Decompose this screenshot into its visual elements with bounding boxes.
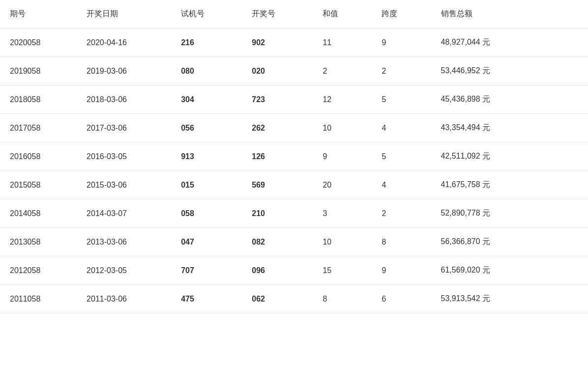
table-cell: 262 (242, 114, 313, 142)
table-cell: 11 (313, 28, 372, 57)
table-cell: 52,890,778 元 (431, 199, 588, 228)
table-cell: 2017058 (0, 114, 77, 142)
table-cell: 2017-03-06 (77, 114, 171, 142)
table-cell: 2019058 (0, 57, 77, 85)
main-container: 期号 开奖日期 试机号 开奖号 和值 跨度 销售总额 20200582020-0… (0, 0, 588, 386)
table-cell: 20 (313, 171, 372, 199)
header-kuadu: 跨度 (372, 0, 431, 28)
table-cell: 15 (313, 256, 372, 285)
table-cell: 2012-03-05 (77, 256, 171, 285)
table-cell: 5 (372, 85, 431, 114)
table-cell: 5 (372, 142, 431, 171)
table-cell: 6 (372, 285, 431, 313)
table-cell: 2013058 (0, 228, 77, 256)
table-cell: 304 (171, 85, 242, 114)
table-cell: 020 (242, 57, 313, 85)
table-cell: 12 (313, 85, 372, 114)
table-cell: 4 (372, 171, 431, 199)
lottery-table: 期号 开奖日期 试机号 开奖号 和值 跨度 销售总额 20200582020-0… (0, 0, 588, 313)
table-cell: 2018-03-06 (77, 85, 171, 114)
table-cell: 9 (372, 256, 431, 285)
table-cell: 2 (372, 57, 431, 85)
table-cell: 126 (242, 142, 313, 171)
table-cell: 210 (242, 199, 313, 228)
table-cell: 062 (242, 285, 313, 313)
table-row: 20110582011-03-064750628653,913,542 元 (0, 285, 588, 313)
table-cell: 015 (171, 171, 242, 199)
table-cell: 2014058 (0, 199, 77, 228)
table-cell: 45,436,898 元 (431, 85, 588, 114)
table-cell: 8 (313, 285, 372, 313)
table-cell: 2020058 (0, 28, 77, 57)
table-cell: 53,913,542 元 (431, 285, 588, 313)
table-row: 20150582015-03-0601556920441,675,758 元 (0, 171, 588, 199)
table-cell: 2016058 (0, 142, 77, 171)
table-cell: 047 (171, 228, 242, 256)
table-cell: 475 (171, 285, 242, 313)
table-cell: 43,354,494 元 (431, 114, 588, 142)
table-cell: 41,675,758 元 (431, 171, 588, 199)
table-cell: 3 (313, 199, 372, 228)
table-cell: 723 (242, 85, 313, 114)
table-cell: 902 (242, 28, 313, 57)
table-cell: 913 (171, 142, 242, 171)
header-qihao: 期号 (0, 0, 77, 28)
table-cell: 707 (171, 256, 242, 285)
table-row: 20140582014-03-070582103252,890,778 元 (0, 199, 588, 228)
table-cell: 058 (171, 199, 242, 228)
table-cell: 2020-04-16 (77, 28, 171, 57)
table-cell: 53,446,952 元 (431, 57, 588, 85)
table-cell: 48,927,044 元 (431, 28, 588, 57)
header-date: 开奖日期 (77, 0, 171, 28)
table-cell: 56,366,870 元 (431, 228, 588, 256)
table-cell: 2011-03-06 (77, 285, 171, 313)
table-row: 20170582017-03-0605626210443,354,494 元 (0, 114, 588, 142)
table-cell: 9 (372, 28, 431, 57)
table-cell: 2014-03-07 (77, 199, 171, 228)
table-cell: 2019-03-06 (77, 57, 171, 85)
header-sales: 销售总额 (431, 0, 588, 28)
table-cell: 2 (313, 57, 372, 85)
table-header-row: 期号 开奖日期 试机号 开奖号 和值 跨度 销售总额 (0, 0, 588, 28)
table-cell: 216 (171, 28, 242, 57)
table-cell: 2011058 (0, 285, 77, 313)
table-cell: 2015058 (0, 171, 77, 199)
table-cell: 61,569,020 元 (431, 256, 588, 285)
header-kaijang: 开奖号 (242, 0, 313, 28)
table-cell: 569 (242, 171, 313, 199)
table-cell: 056 (171, 114, 242, 142)
table-cell: 096 (242, 256, 313, 285)
table-row: 20200582020-04-1621690211948,927,044 元 (0, 28, 588, 57)
table-row: 20160582016-03-059131269542,511,092 元 (0, 142, 588, 171)
table-cell: 10 (313, 114, 372, 142)
table-cell: 8 (372, 228, 431, 256)
table-row: 20180582018-03-0630472312545,436,898 元 (0, 85, 588, 114)
table-cell: 2013-03-06 (77, 228, 171, 256)
table-cell: 2012058 (0, 256, 77, 285)
table-cell: 082 (242, 228, 313, 256)
table-cell: 4 (372, 114, 431, 142)
table-cell: 10 (313, 228, 372, 256)
table-row: 20130582013-03-0604708210856,366,870 元 (0, 228, 588, 256)
table-cell: 9 (313, 142, 372, 171)
table-cell: 2018058 (0, 85, 77, 114)
table-row: 20120582012-03-0570709615961,569,020 元 (0, 256, 588, 285)
table-row: 20190582019-03-060800202253,446,952 元 (0, 57, 588, 85)
table-cell: 080 (171, 57, 242, 85)
table-cell: 2 (372, 199, 431, 228)
table-cell: 42,511,092 元 (431, 142, 588, 171)
table-cell: 2015-03-06 (77, 171, 171, 199)
table-cell: 2016-03-05 (77, 142, 171, 171)
header-hezhi: 和值 (313, 0, 372, 28)
header-shiji: 试机号 (171, 0, 242, 28)
